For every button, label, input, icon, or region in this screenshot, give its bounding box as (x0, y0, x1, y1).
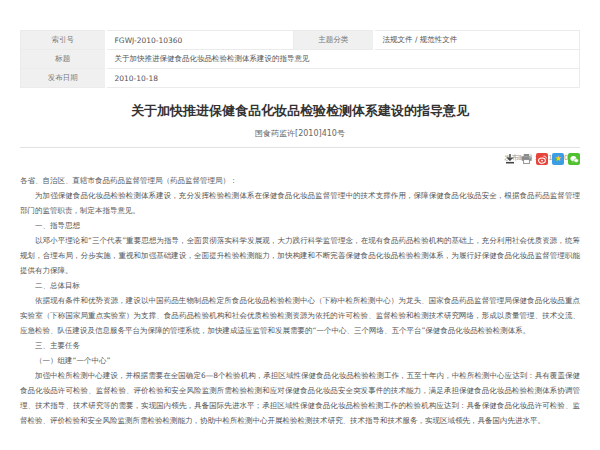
index-value-cell: FGWJ-2010-10360 (106, 31, 294, 50)
body-paragraph: 以邓小平理论和“三个代表”重要思想为指导，全面贯彻落实科学发展观，大力践行科学监… (20, 233, 580, 278)
subsection-heading-1: （一）组建“一个中心” (20, 353, 580, 368)
index-label-cell: 索引号 (21, 31, 106, 50)
meta-row-date: 发布日期 2010-10-18 (21, 69, 580, 88)
date-label-cell: 发布日期 (21, 69, 106, 88)
title-value-cell: 关于加快推进保健食品化妆品检验检测体系建设的指导意见 (106, 50, 580, 69)
section-heading-1: 一、指导思想 (20, 218, 580, 233)
page-title: 关于加快推进保健食品化妆品检验检测体系建设的指导意见 (20, 102, 580, 120)
body-paragraph: 为加强保健食品化妆品检验检测体系建设，充分发挥检验检测体系在保健食品化妆品监督管… (20, 188, 580, 218)
share-qzone-icon: ★ (554, 155, 561, 163)
share-wechat-icon (570, 152, 579, 167)
share-qzone-button[interactable]: ★ (552, 153, 564, 165)
share-weibo-icon (538, 152, 547, 167)
print-icon (521, 152, 532, 167)
title-label-cell: 标题 (21, 50, 106, 69)
body-salutation: 各省、自治区、直辖市食品药品监督管理局（药品监督管理局）： (20, 173, 580, 188)
document-content: 索引号 FGWJ-2010-10360 主题分类 法规文件 / 规范性文件 标题… (20, 0, 580, 428)
toolbar: ★ (504, 153, 580, 165)
doc-meta-table: 索引号 FGWJ-2010-10360 主题分类 法规文件 / 规范性文件 标题… (20, 30, 580, 88)
meta-row-index: 索引号 FGWJ-2010-10360 主题分类 法规文件 / 规范性文件 (21, 31, 580, 50)
download-icon (505, 152, 515, 167)
publish-time: 发布时间：2010-10-18 (20, 153, 580, 163)
share-weibo-button[interactable] (536, 153, 548, 165)
section-heading-3: 三、主要任务 (20, 338, 580, 353)
share-wechat-button[interactable] (568, 153, 580, 165)
download-button[interactable] (504, 153, 516, 165)
body-paragraph: 加强中检所检测中心建设，并根据需要在全国确定6—8个检验机构，承担区域性保健食品… (20, 368, 580, 428)
document-page: 索引号 FGWJ-2010-10360 主题分类 法规文件 / 规范性文件 标题… (0, 0, 600, 450)
date-value-cell: 2010-10-18 (106, 69, 580, 88)
meta-row-title: 标题 关于加快推进保健食品化妆品检验检测体系建设的指导意见 (21, 50, 580, 69)
doc-number: 国食药监许[2010]410号 (20, 128, 580, 139)
doc-body: 各省、自治区、直辖市食品药品监督管理局（药品监督管理局）： 为加强保健食品化妆品… (20, 173, 580, 428)
category-value-cell: 法规文件 / 规范性文件 (374, 31, 580, 50)
doc-header: 关于加快推进保健食品化妆品检验检测体系建设的指导意见 国食药监许[2010]41… (20, 102, 580, 163)
body-paragraph: 依据现有条件和优势资源，建设以中国药品生物制品检定所食品化妆品检验检测中心（下称… (20, 293, 580, 338)
category-label-cell: 主题分类 (294, 31, 374, 50)
header-divider (20, 147, 580, 148)
print-button[interactable] (520, 153, 532, 165)
section-heading-2: 二、总体目标 (20, 278, 580, 293)
